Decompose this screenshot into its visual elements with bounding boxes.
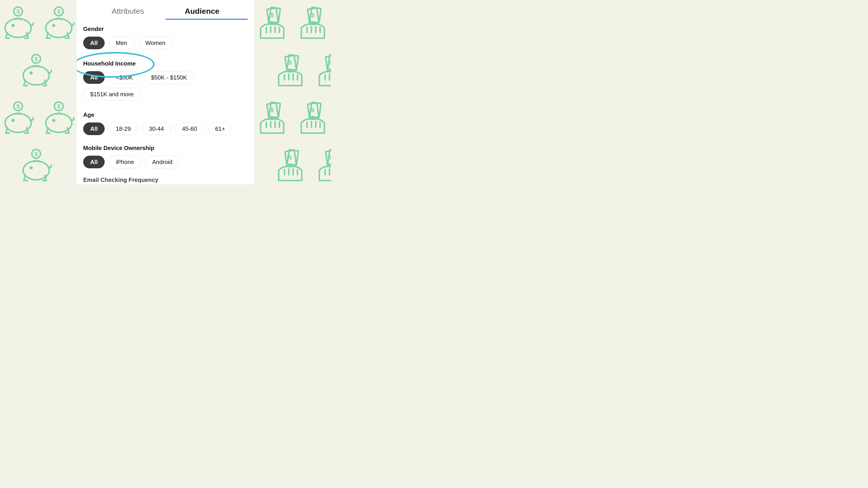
cash-in-hand-icon: $ (295, 6, 331, 42)
label-age: Age (83, 111, 248, 119)
tabs: Attributes Audience (83, 0, 248, 20)
svg-text:$: $ (35, 56, 38, 62)
pill-gender-women[interactable]: Women (138, 37, 173, 49)
pill-device-iphone[interactable]: iPhone (109, 156, 141, 168)
section-gender: Gender All Men Women (83, 26, 248, 49)
audience-filter-panel: Attributes Audience Gender All Men Women… (77, 0, 254, 184)
svg-text:$: $ (311, 107, 314, 113)
svg-text:$: $ (57, 103, 60, 109)
pill-gender-all[interactable]: All (83, 37, 105, 49)
label-gender: Gender (83, 26, 248, 33)
cash-in-hand-icon: $ (254, 101, 290, 137)
cash-in-hand-icon: $ (313, 53, 331, 89)
cash-in-hand-icon: $ (272, 148, 308, 184)
piggy-bank-icon: $ (41, 101, 77, 137)
cash-in-hand-icon: $ (313, 148, 331, 184)
pills-income: All <$50K $50K - $150K $151K and more (83, 71, 248, 101)
pill-age-45-60[interactable]: 45-60 (175, 123, 204, 135)
decorative-left-column: $ $ (0, 0, 77, 184)
svg-text:$: $ (17, 103, 20, 109)
tab-underline (165, 19, 248, 20)
svg-point-5 (53, 25, 55, 26)
pill-age-18-29[interactable]: 18-29 (109, 123, 138, 135)
piggy-bank-icon: $ (0, 101, 36, 137)
label-device: Mobile Device Ownership (83, 144, 248, 152)
svg-text:$: $ (289, 154, 292, 161)
pill-device-all[interactable]: All (83, 156, 105, 168)
pill-income-151k-plus[interactable]: $151K and more (83, 88, 141, 101)
svg-text:$: $ (329, 59, 331, 66)
svg-point-9 (30, 72, 32, 74)
svg-text:$: $ (17, 8, 20, 15)
tab-audience[interactable]: Audience (185, 7, 219, 20)
pill-gender-men[interactable]: Men (109, 37, 134, 49)
svg-text:$: $ (35, 151, 38, 157)
svg-text:$: $ (271, 12, 274, 18)
label-income: Household Income (83, 60, 248, 67)
section-age: Age All 18-29 30-44 45-60 61+ (83, 111, 248, 135)
pill-income-all[interactable]: All (83, 71, 105, 84)
section-income: Household Income All <$50K $50K - $150K … (83, 60, 248, 101)
pill-device-android[interactable]: Android (145, 156, 180, 168)
pill-income-under-50k[interactable]: <$50K (109, 71, 140, 84)
label-email-freq: Email Checking Frequency (83, 176, 248, 184)
svg-point-21 (30, 167, 32, 169)
pills-age: All 18-29 30-44 45-60 61+ (83, 123, 248, 135)
pill-age-61-plus[interactable]: 61+ (208, 123, 232, 135)
pill-age-30-44[interactable]: 30-44 (142, 123, 171, 135)
decorative-right-column: $ $ $ (254, 0, 331, 184)
svg-point-17 (53, 120, 55, 121)
svg-text:$: $ (57, 8, 60, 15)
pill-age-all[interactable]: All (83, 123, 105, 135)
svg-text:$: $ (289, 59, 292, 66)
svg-text:$: $ (311, 12, 314, 18)
piggy-bank-icon: $ (0, 6, 36, 42)
piggy-bank-icon: $ (18, 148, 54, 184)
svg-text:$: $ (329, 154, 331, 161)
tab-attributes[interactable]: Attributes (112, 7, 144, 20)
section-device: Mobile Device Ownership All iPhone Andro… (83, 144, 248, 168)
cash-in-hand-icon: $ (272, 53, 308, 89)
pills-gender: All Men Women (83, 37, 248, 49)
svg-point-13 (12, 120, 14, 121)
cash-in-hand-icon: $ (254, 6, 290, 42)
piggy-bank-icon: $ (41, 6, 77, 42)
piggy-bank-icon: $ (18, 53, 54, 89)
cash-in-hand-icon: $ (295, 101, 331, 137)
svg-point-1 (12, 25, 14, 26)
section-email-freq: Email Checking Frequency All Day (83, 176, 248, 184)
svg-text:$: $ (271, 107, 274, 113)
pills-device: All iPhone Android (83, 156, 248, 168)
pill-income-50k-150k[interactable]: $50K - $150K (144, 71, 194, 84)
